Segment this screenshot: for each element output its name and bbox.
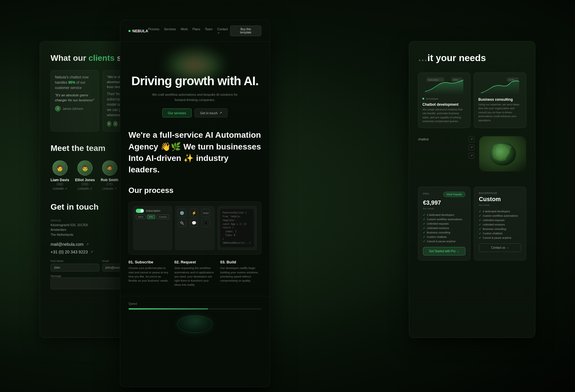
pricing-section: Pro Most Popular €3,997 Per month 2 dedi… [418, 187, 526, 260]
process-icon-3: 🔌 [178, 219, 186, 227]
nav-contact[interactable]: Contact [217, 27, 230, 34]
chatbot-row-1: chatbot ↗ [418, 136, 474, 142]
nav-work[interactable]: Work [180, 27, 188, 34]
logo: NEBULA [128, 29, 148, 33]
avatar-2: P [107, 121, 112, 127]
pro-cta-button[interactable]: Get Started with Pro → [423, 247, 465, 255]
chatbot-3d-row: chatbot ↗ ↗ ↗ [418, 136, 526, 180]
chatbot-arrow-1[interactable]: ↗ [469, 136, 474, 142]
scene: What our clients say Nebula's chatbot no… [0, 0, 575, 392]
testimonial-stat-1: Nebula's chatbot now handles 95% of our … [55, 75, 95, 90]
process-preview: Subscription Back Pro Custom ⚙️ ⚡ stripe… [128, 201, 261, 255]
process-code-block: FeaturesSection { from 'nebula-template'… [220, 209, 254, 247]
hero-glow [163, 48, 227, 83]
process-step-2: 02. Request Start requesting the workflo… [174, 260, 215, 287]
pro-feature-2: Custom workflow automations [423, 218, 465, 221]
nav-team[interactable]: Team [205, 27, 213, 34]
custom-price: Custom [479, 196, 521, 203]
step-3-title: 03. Build [220, 260, 261, 264]
avatar-elliot: 👨 [77, 160, 93, 176]
email-arrow-icon: ↗ [86, 242, 89, 246]
process-icon-1: ⚙️ [178, 209, 186, 217]
custom-features: 4 dedicated developers Custom workflow a… [479, 210, 521, 239]
custom-period: Per month [479, 204, 521, 206]
logo-dot [128, 30, 131, 32]
chatbot-arrow-2[interactable]: ↗ [469, 144, 474, 150]
custom-cta-button[interactable]: Contact us → [479, 243, 521, 252]
team-name-3: Rob Smith [101, 178, 118, 182]
pro-feature-1: 2 dedicated developers [423, 213, 465, 216]
plan-chips: Back Pro Custom [136, 215, 170, 219]
services-button[interactable]: Our services [162, 108, 192, 117]
chip-back[interactable]: Back [136, 215, 146, 219]
step-2-desc: Start requesting the workflow-automation… [174, 266, 215, 287]
consulting-chart: +14.6% [478, 77, 522, 95]
consulting-card-desc: Using our expertise, we semi-deep-dive i… [478, 103, 522, 123]
team-role-3: CTO [106, 183, 113, 186]
custom-feature-1: 4 dedicated developers [479, 210, 521, 213]
pro-feature-3: Unlimited requests [423, 222, 465, 225]
nav-links: Process Services Work Plans Team Contact [148, 27, 230, 34]
chatbot-status: AI Assistant [422, 97, 466, 100]
avatar-liam: 🧑 [52, 160, 68, 176]
pro-features: 2 dedicated developers Custom workflow a… [423, 213, 465, 243]
first-name-input[interactable]: John [51, 264, 99, 272]
globe-preview [128, 315, 261, 333]
step-3-desc: Our developers swiftly begin building yo… [220, 266, 261, 283]
chatbot-section: chatbot ↗ ↗ ↗ [418, 136, 474, 171]
process-icon-2: ⚡ [190, 209, 198, 217]
testimonial-text-1: "It's an absolute game changer for our b… [55, 93, 95, 103]
nav-services[interactable]: Services [164, 27, 176, 34]
agency-statement: We're a full-service AI Automation Agenc… [120, 129, 270, 186]
process-title: Our process [128, 186, 261, 195]
nav-cta-button[interactable]: Buy this template [230, 26, 261, 36]
team-member-3: 🧔 Rob Smith CTO LinkedIn ↗ [101, 160, 118, 190]
service-card-consulting: +14.6% Business consulting Using our exp… [474, 73, 526, 128]
team-name-2: Elliot Jones [75, 178, 95, 182]
pro-feature-4: Unlimited revisions [423, 227, 465, 230]
chatbot-arrow-3[interactable]: ↗ [469, 153, 474, 159]
service-cards-row: Game Owner USD▾ AI Assistant Chatbot dev… [418, 73, 526, 128]
speed-bar-fill [128, 308, 208, 309]
status-dot [422, 98, 424, 100]
consulting-card-title: Business consulting [478, 97, 522, 102]
custom-feature-3: Unlimited requests [479, 219, 521, 222]
custom-feature-5: Business consulting [479, 228, 521, 231]
chip-pro[interactable]: Pro [147, 215, 155, 219]
pro-feature-6: Custom chatbots [423, 235, 465, 238]
custom-feature-4: Unlimited revisions [479, 223, 521, 226]
navbar: NEBULA Process Services Work Plans Team … [120, 20, 270, 42]
nav-process[interactable]: Process [148, 27, 159, 34]
subscription-label: Subscription [146, 209, 161, 212]
chatbot-card-title: Chatbot development [422, 102, 466, 107]
hero-section: Driving growth with AI. We craft workflo… [120, 48, 270, 117]
right-panel: …it your needs [409, 41, 535, 338]
pricing-card-custom: Enterprise Custom Per month 4 dedicated … [474, 187, 526, 260]
custom-tier-label: Enterprise [479, 192, 521, 195]
phone-arrow-icon: ↗ [90, 250, 93, 254]
nav-plans[interactable]: Plans [193, 27, 200, 34]
avatar-1: J [55, 106, 61, 112]
team-link-2[interactable]: LinkedIn ↗ [78, 187, 92, 190]
3d-object [479, 136, 526, 171]
pro-tier-label: Pro [423, 192, 429, 195]
custom-feature-7: Cancel & pause anytime [479, 236, 521, 239]
globe-shape [177, 315, 213, 333]
team-name-1: Liam Davis [51, 178, 69, 182]
status-text: AI Assistant [426, 97, 438, 100]
logo-text: NEBULA [132, 29, 148, 33]
speed-section: Speed [120, 296, 270, 339]
touch-button[interactable]: Get in touch ↗ [195, 108, 228, 117]
team-link-1[interactable]: LinkedIn ↗ [53, 187, 67, 190]
toggle-on-icon[interactable] [136, 209, 144, 213]
team-link-3[interactable]: LinkedIn ↗ [102, 187, 117, 190]
chip-custom[interactable]: Custom [156, 215, 169, 219]
svg-text:Game Owner: Game Owner [428, 79, 439, 81]
svg-text:USD▾: USD▾ [453, 79, 458, 81]
most-popular-badge: Most Popular [443, 192, 465, 197]
testimonial-meta-1: J James Johnson [55, 106, 95, 112]
pricing-cards-row: Pro Most Popular €3,997 Per month 2 dedi… [418, 187, 526, 260]
team-member-1: 🧑 Liam Davis CEO LinkedIn ↗ [51, 160, 69, 190]
process-card-1-header: Subscription [136, 209, 170, 213]
pro-period: Per month [423, 207, 465, 210]
